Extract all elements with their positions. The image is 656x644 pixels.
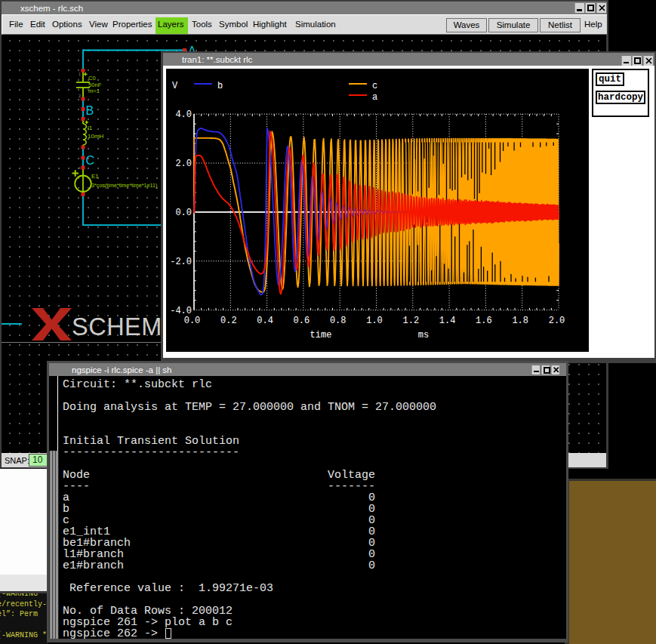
svg-text:10mH: 10mH	[88, 133, 104, 140]
svg-text:E1: E1	[91, 173, 99, 180]
svg-text:B: B	[86, 104, 94, 117]
svg-text:1.4: 1.4	[439, 316, 456, 326]
svg-text:+: +	[79, 165, 81, 170]
svg-text:3*cos(time*time*time*1e11): 3*cos(time*time*time*1e11)	[91, 182, 157, 189]
svg-text:0.6: 0.6	[294, 316, 310, 326]
svg-text:1.2: 1.2	[402, 316, 419, 326]
svg-text:-4.0: -4.0	[170, 306, 192, 316]
svg-text:2: 2	[79, 94, 81, 98]
svg-text:b: b	[217, 81, 223, 91]
svg-text:V: V	[172, 81, 178, 91]
svg-text:time: time	[310, 330, 332, 340]
svg-text:2.0: 2.0	[175, 159, 192, 169]
svg-text:1.8: 1.8	[512, 316, 528, 326]
svg-text:l1: l1	[88, 125, 93, 131]
svg-text:1.0: 1.0	[366, 316, 383, 326]
svg-text:2.0: 2.0	[549, 316, 565, 326]
svg-text:0.4: 0.4	[257, 316, 273, 326]
svg-text:0.2: 0.2	[220, 316, 237, 326]
svg-text:c: c	[372, 81, 377, 91]
svg-text:ms: ms	[418, 330, 429, 340]
svg-text:m=1: m=1	[88, 88, 100, 94]
svg-text:1: 1	[79, 72, 81, 76]
svg-text:1.6: 1.6	[476, 316, 492, 326]
svg-text:0.0: 0.0	[184, 316, 201, 326]
svg-text:C: C	[86, 154, 95, 167]
svg-text:-2.0: -2.0	[170, 257, 192, 267]
svg-text:SCHEM: SCHEM	[72, 313, 162, 340]
svg-text:4.0: 4.0	[175, 109, 192, 120]
svg-text:0.8: 0.8	[330, 316, 346, 326]
svg-text:0.0: 0.0	[175, 208, 192, 218]
svg-text:a: a	[372, 92, 377, 103]
